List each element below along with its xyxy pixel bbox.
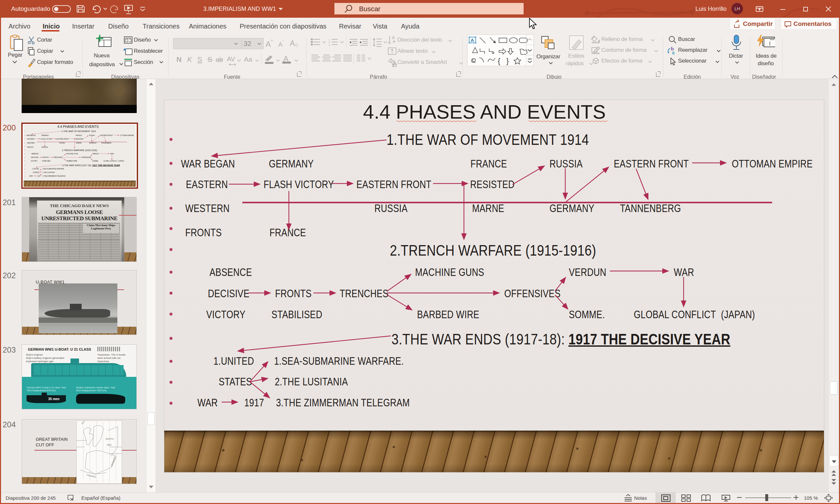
svg-text:c: c — [672, 50, 675, 55]
svg-text:3: 3 — [329, 43, 330, 47]
svg-text:FRANCE: FRANCE — [87, 474, 97, 478]
svg-text:}: } — [506, 56, 509, 65]
svg-text:NORTH: NORTH — [106, 438, 114, 440]
svg-text:ATLAN: ATLAN — [81, 421, 87, 425]
svg-text:A: A — [392, 35, 395, 40]
svg-text:{: { — [498, 56, 500, 65]
svg-text:GERMANY: GERMANY — [110, 455, 117, 467]
svg-text:A: A — [471, 37, 474, 43]
svg-text:SEA: SEA — [107, 444, 111, 446]
